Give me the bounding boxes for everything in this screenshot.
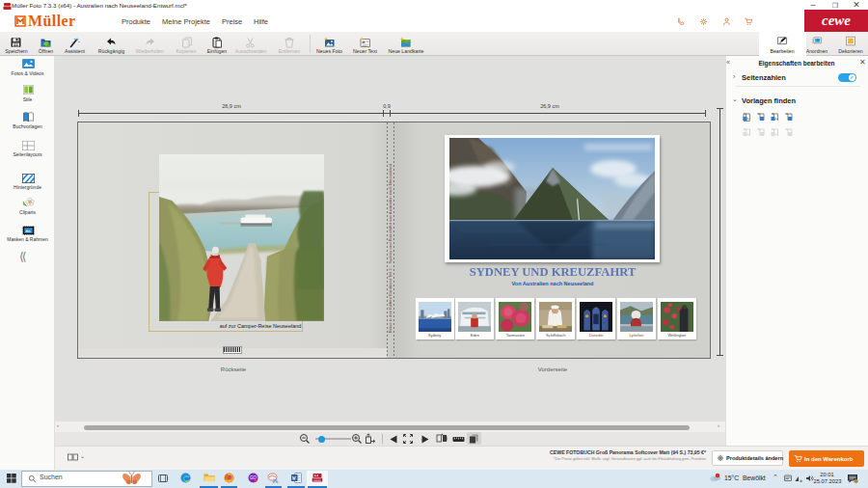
svg-text:10: 10 bbox=[854, 479, 858, 483]
